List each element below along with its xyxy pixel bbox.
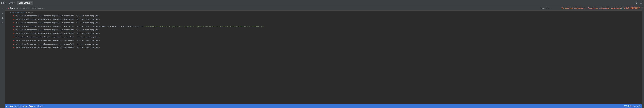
error-icon-9: ⊗ (13, 43, 14, 45)
build-label: Build: (1, 2, 6, 4)
bottom-error-icon: ⊗ (8, 105, 10, 107)
content-pane: ▼ ⊗ Sync: At 2022/11/24, 22:25 with 24 e… (5, 6, 642, 108)
error-icon-7: ⊗ (13, 36, 14, 38)
sync-time: 3 sec, 256 ms (541, 7, 552, 9)
sync-title: Sync: (10, 7, 15, 9)
tab-build-output-close[interactable]: ✕ (30, 2, 32, 4)
error-item-9[interactable]: ⊗ 'dependencyManagement.dependencies.dep… (5, 42, 642, 46)
error-item-long[interactable]: ⊗ 'dependencyManagement.dependencies.dep… (5, 25, 642, 28)
error-text-5: 'dependencyManagement.dependencies.depen… (15, 29, 100, 31)
error-icon-2: ⊗ (13, 18, 14, 21)
error-icon-10: ⊗ (13, 46, 14, 49)
error-text-3: 'dependencyManagement.dependencies.depen… (15, 22, 100, 24)
pom-expand-arrow[interactable]: ▼ (10, 12, 12, 13)
sync-collapse-toggle[interactable]: ▼ (6, 7, 7, 9)
tab-build-output-label: Build Output (19, 2, 30, 4)
unresolved-message: Unresolved dependency: 'com.cmes.immp:im… (562, 7, 641, 9)
error-text-8: 'dependencyManagement.dependencies.depen… (15, 40, 100, 42)
error-text-2: 'dependencyManagement.dependencies.depen… (15, 19, 100, 20)
error-text-9: 'dependencyManagement.dependencies.depen… (15, 43, 100, 45)
menu-button[interactable]: ☰ (639, 1, 643, 5)
error-item-6[interactable]: ⊗ 'dependencyManagement.dependencies.dep… (5, 32, 642, 35)
bottom-status-text: pom.xml ghg-modules/ghg-base 1 error (10, 105, 44, 107)
error-item-2[interactable]: ⊗ 'dependencyManagement.dependencies.dep… (5, 18, 642, 21)
error-text-1: 'dependencyManagement.dependencies.depen… (15, 15, 100, 17)
error-icon-5: ⊗ (13, 29, 14, 31)
main-content: ↺ ↑ ⊕ ✎ ▼ ⊗ Sync: At 2022/11/24, 22:25 w… (0, 6, 644, 108)
right-sidebar: ≡ ≡ (642, 6, 644, 108)
sync-header: ▼ ⊗ Sync: At 2022/11/24, 22:25 with 24 e… (5, 6, 642, 11)
toolbar-actions: ⚙ ☰ (635, 1, 643, 5)
top-toolbar: Build: Sync ✕ Build Output ✕ ⚙ ☰ (0, 0, 644, 6)
error-icon-6: ⊗ (13, 32, 14, 35)
sync-error-icon: ⊗ (8, 7, 10, 10)
error-text-6: 'dependencyManagement.dependencies.depen… (15, 33, 100, 34)
error-text-10: 'dependencyManagement.dependencies.depen… (15, 47, 100, 49)
pom-row: ▼ pom.xml:260:29 12 errors (5, 11, 642, 14)
right-icon-1[interactable]: ≡ (642, 7, 644, 8)
error-icon-3: ⊗ (13, 22, 14, 24)
error-icon-1: ⊗ (13, 15, 14, 17)
error-item-10[interactable]: ⊗ 'dependencyManagement.dependencies.dep… (5, 46, 642, 49)
error-item-1[interactable]: ⊗ 'dependencyManagement.dependencies.dep… (5, 14, 642, 18)
error-item-5[interactable]: ⊗ 'dependencyManagement.dependencies.dep… (5, 28, 642, 32)
error-item-7[interactable]: ⊗ 'dependencyManagement.dependencies.dep… (5, 35, 642, 39)
error-icon-8: ⊗ (13, 39, 14, 42)
error-item-3[interactable]: ⊗ 'dependencyManagement.dependencies.dep… (5, 21, 642, 25)
tab-build-output[interactable]: Build Output ✕ (18, 1, 34, 5)
add-icon[interactable]: ⊕ (1, 16, 4, 20)
tab-sync-close[interactable]: ✕ (14, 2, 16, 4)
bottom-watermark: CSDN @⊕- 是小呆奶 (624, 105, 640, 107)
error-text-7: 'dependencyManagement.dependencies.depen… (15, 36, 100, 38)
tab-sync[interactable]: Sync ✕ (7, 1, 17, 5)
right-icon-2[interactable]: ≡ (642, 9, 644, 11)
pom-error-count: 12 errors (26, 11, 33, 13)
left-sidebar: ↺ ↑ ⊕ ✎ (0, 6, 5, 108)
tab-sync-label: Sync (9, 2, 13, 4)
bottom-status-bar: ▶ ⊗ pom.xml ghg-modules/ghg-base 1 error… (5, 104, 642, 108)
edit-icon[interactable]: ✎ (1, 21, 4, 25)
sync-meta: At 2022/11/24, 22:25 with 24 errors (16, 7, 44, 9)
error-item-8[interactable]: ⊗ 'dependencyManagement.dependencies.dep… (5, 39, 642, 42)
error-text-long: 'dependencyManagement.dependencies.depen… (15, 26, 264, 27)
settings-button[interactable]: ⚙ (635, 1, 638, 5)
up-icon[interactable]: ↑ (1, 12, 4, 15)
error-icon-long: ⊗ (13, 25, 14, 28)
error-list: ⊗ 'dependencyManagement.dependencies.dep… (5, 14, 642, 104)
pom-file-link[interactable]: pom.xml:260:29 (12, 11, 25, 13)
refresh-icon[interactable]: ↺ (1, 7, 4, 10)
bottom-expand-arrow[interactable]: ▶ (6, 105, 8, 107)
